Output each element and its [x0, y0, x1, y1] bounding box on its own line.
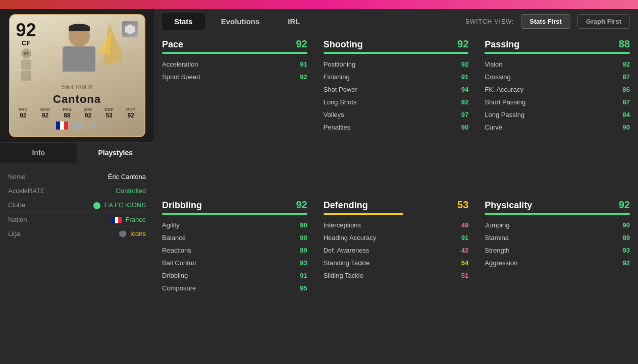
category-passing: Passing 88 Vision 92 Crossing 87 FK. Acc…	[476, 38, 638, 199]
playstyle-icon-1	[21, 59, 31, 70]
card-rating: 92	[16, 21, 36, 39]
info-row-accelerate: AcceleRATE Controlled	[8, 184, 146, 198]
stat-vision: Vision 92	[485, 58, 630, 71]
pace-score: 92	[296, 38, 307, 50]
card-stat-sho: SHO 92	[40, 107, 50, 119]
card-position: CF	[22, 39, 30, 47]
card-stat-phy: PHY 92	[126, 107, 136, 119]
bottom-tabs: Info Playstyles	[0, 142, 154, 163]
stat-dribbling: Dribbling 91	[162, 269, 307, 282]
tab-evolutions[interactable]: Evolutions	[209, 13, 272, 30]
category-physicality: Physicality 92 Jumping 90 Stamina 89 Str…	[476, 199, 638, 360]
stat-crossing: Crossing 87	[485, 71, 630, 83]
player-head	[69, 24, 90, 46]
player-figure	[54, 24, 104, 79]
tab-irl[interactable]: IRL	[276, 13, 312, 30]
stat-penalties: Penalties 90	[324, 121, 469, 134]
pace-name: Pace	[162, 39, 183, 50]
flag-white	[60, 122, 64, 130]
label-nome: Nome	[8, 173, 26, 180]
main-content: 92 CF ST	[0, 9, 638, 364]
shooting-bar	[324, 52, 469, 54]
card-stat-def: DEF 53	[104, 107, 114, 119]
badge-shape	[125, 24, 135, 34]
passing-name: Passing	[485, 39, 519, 50]
stat-short-passing: Short Passing 87	[485, 96, 630, 108]
pace-header: Pace 92	[162, 38, 307, 50]
icon-star	[89, 121, 98, 130]
player-body	[63, 46, 95, 72]
stat-agility: Agility 90	[162, 219, 307, 231]
stat-aggression: Aggression 92	[485, 257, 630, 269]
card-flags	[16, 121, 138, 130]
playstyle-row: 5★4 H/M R	[16, 84, 138, 91]
info-panel: Nome Éric Cantona AcceleRATE Controlled …	[0, 163, 154, 364]
value-nome: Éric Cantona	[108, 173, 146, 180]
value-accelerate: Controlled	[116, 187, 146, 195]
dribbling-bar	[162, 213, 307, 215]
stat-heading-accuracy: Heading Accuracy 91	[324, 231, 469, 244]
defending-bar	[324, 213, 403, 215]
clube-icon	[93, 202, 100, 209]
value-clube: EA FC ICONS	[93, 201, 146, 209]
card-stats-labels: PAC 92 SHO 92 PAS 88 DRI 92	[16, 107, 138, 119]
card-stat-pas: PAS 88	[63, 107, 72, 119]
stat-finishing: Finishing 91	[324, 71, 469, 83]
player-hair	[69, 24, 90, 31]
info-row-liga: Liga Icons	[8, 227, 146, 241]
left-panel: 92 CF ST	[0, 9, 154, 364]
card-rating-pos: 92 CF ST	[16, 21, 36, 81]
graph-first-button[interactable]: Graph First	[577, 14, 630, 29]
playstyle-stars: 5★4 H/M R	[62, 84, 93, 91]
pace-bar	[162, 52, 307, 54]
physicality-bar	[485, 213, 630, 215]
physicality-header: Physicality 92	[485, 199, 630, 211]
nation-flag-icon	[112, 217, 122, 223]
defending-header: Defending 53	[324, 199, 469, 211]
card-club-badge	[122, 21, 138, 37]
stat-shot-power: Shot Power 94	[324, 83, 469, 96]
info-row-nation: Nation France	[8, 213, 146, 227]
stat-strength: Strength 93	[485, 244, 630, 257]
shooting-score: 92	[457, 38, 468, 50]
card-stat-dri: DRI 92	[84, 107, 92, 119]
value-liga: Icons	[119, 230, 146, 238]
category-pace: Pace 92 Acceleration 91 Sprint Speed 92	[154, 38, 315, 199]
stat-reactions: Reactions 89	[162, 244, 307, 257]
category-dribbling: Dribbling 92 Agility 90 Balance 90 React…	[154, 199, 315, 360]
player-image	[36, 21, 122, 82]
club-shield-icon	[74, 121, 83, 130]
defending-score: 53	[457, 199, 468, 211]
stat-interceptions: Interceptions 49	[324, 219, 469, 231]
stats-grid: Pace 92 Acceleration 91 Sprint Speed 92 …	[154, 34, 638, 364]
tab-playstyles[interactable]: Playstyles	[77, 143, 154, 163]
flag-blue	[56, 122, 60, 130]
top-bar	[0, 0, 638, 9]
stats-first-button[interactable]: Stats First	[521, 14, 570, 29]
label-liga: Liga	[8, 230, 21, 237]
defending-name: Defending	[324, 200, 368, 211]
physicality-score: 92	[619, 199, 630, 211]
info-row-clube: Clube EA FC ICONS	[8, 198, 146, 213]
card-player-name: Cantona	[16, 93, 138, 106]
player-card: 92 CF ST	[9, 14, 145, 137]
switch-view-label: SWITCH VIEW:	[465, 18, 514, 25]
liga-shield-icon	[119, 230, 126, 237]
stat-volleys: Volleys 97	[324, 108, 469, 121]
player-card-area: 92 CF ST	[0, 9, 154, 142]
stat-ball-control: Ball Control 93	[162, 257, 307, 269]
stat-standing-tackle: Standing Tackle 54	[324, 257, 469, 269]
label-nation: Nation	[8, 216, 27, 223]
stat-jumping: Jumping 90	[485, 219, 630, 231]
playstyle-icon-2	[21, 71, 31, 81]
stat-curve: Curve 90	[485, 121, 630, 134]
value-nation: France	[112, 216, 146, 223]
label-accelerate: AcceleRATE	[8, 187, 45, 195]
dribbling-name: Dribbling	[162, 200, 202, 211]
tab-stats[interactable]: Stats	[162, 13, 205, 30]
stat-positioning: Positioning 92	[324, 58, 469, 71]
card-stat-pac: PAC 92	[19, 107, 28, 119]
tab-info[interactable]: Info	[0, 143, 77, 163]
dribbling-score: 92	[296, 199, 307, 211]
stat-acceleration: Acceleration 91	[162, 58, 307, 71]
